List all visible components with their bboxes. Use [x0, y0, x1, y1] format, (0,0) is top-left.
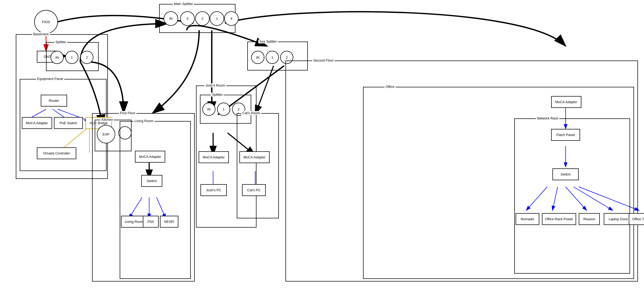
josh-sp-1-label: 1: [223, 107, 224, 111]
reason-node: Reason: [579, 213, 600, 225]
office-rack-power-label: Office Rack Power: [545, 217, 573, 221]
main-4-node: 4: [224, 11, 239, 26]
joshs-room-label: Josh's Room: [204, 83, 226, 87]
patch-panel-label: Patch Panel: [556, 133, 575, 137]
svg-line-4: [255, 66, 274, 114]
router-node: Router: [41, 95, 67, 107]
main-in-node: IN: [164, 11, 178, 26]
sp-in-node: IN: [51, 51, 64, 64]
network-rack-region: Network Rack: [514, 118, 630, 274]
fios-node: FIOS: [34, 10, 58, 34]
josh-splitter-label: Splitter: [211, 93, 224, 97]
joshs-pc-node: Josh's PC: [200, 184, 227, 196]
nespi-label: NESPi: [164, 220, 174, 224]
office-label: Office: [385, 85, 396, 89]
moca-basement-label: MoCA Adapter: [26, 121, 48, 125]
first-floor-label: First Floor: [119, 111, 137, 115]
fios-label: FIOS: [42, 20, 50, 24]
ps5-node: PS5: [143, 216, 159, 228]
kitchen-label: Kitchen: [100, 118, 114, 122]
main-2-label: 2: [202, 17, 203, 21]
aux-2-label: 2: [286, 56, 288, 59]
cats-room-label: Cat's Room: [241, 111, 261, 115]
cats-pc-node: Cat's PC: [242, 184, 266, 196]
sp-2-node: 2: [80, 51, 93, 64]
moca-basement-node: MoCA Adapter: [22, 117, 52, 129]
cats-room-region: Cat's Room: [237, 113, 279, 218]
main-3-label: 3: [187, 17, 188, 21]
main-3-node: 3: [180, 11, 195, 26]
moca-cat-label: MoCA Adapter: [244, 155, 266, 159]
nomadix-label: Nomadix: [521, 217, 534, 221]
josh-sp-in-node: IN: [202, 103, 215, 116]
moca-living-label: MoCA Adapter: [139, 155, 161, 159]
main-splitter-label: Main Splitter: [173, 2, 194, 6]
main-2-node: 2: [195, 11, 210, 26]
aux-splitter-label: Aux Splitter: [258, 39, 278, 43]
network-rack-label: Network Rack: [536, 116, 559, 120]
switch-office-node: Switch: [552, 168, 579, 180]
josh-sp-2-label: 2: [238, 107, 239, 111]
poe-switch-label: PoE Switch: [60, 121, 77, 125]
basement-label: Basement: [32, 32, 50, 36]
sp-2-label: 2: [86, 56, 88, 59]
laptop-dock-node: Laptop Dock: [604, 213, 633, 225]
sp-1-label: 1: [71, 56, 73, 59]
nespi-node: NESPi: [160, 216, 178, 228]
omada-node: Omada Controller: [37, 147, 76, 159]
patch-panel-node: Patch Panel: [551, 129, 580, 141]
sp-1-node: 1: [65, 51, 78, 64]
moca-living-node: MoCA Adapter: [135, 151, 165, 163]
aux-in-node: IN: [251, 51, 264, 64]
office-tv-node: Office TV: [629, 213, 644, 225]
josh-sp-in-label: IN: [207, 107, 211, 111]
aux-1-node: 1: [266, 51, 279, 64]
office-rack-power-node: Office Rack Power: [542, 213, 576, 225]
aux-in-label: IN: [256, 56, 260, 59]
cats-pc-label: Cat's PC: [247, 188, 261, 192]
omada-label: Omada Controller: [43, 151, 70, 155]
second-floor-label: Second Floor: [312, 58, 335, 62]
moca-office-node: MoCA Adapter: [551, 96, 581, 108]
aux-1-label: 1: [271, 56, 273, 59]
ps5-label: PS5: [148, 220, 154, 224]
moca-josh-node: MoCA Adapter: [199, 151, 229, 163]
router-label: Router: [49, 99, 59, 103]
living-room-label: Living Room: [133, 119, 154, 123]
living-room-region: Living Room: [120, 121, 191, 279]
nomadix-node: Nomadix: [516, 213, 539, 225]
main-in-label: IN: [169, 17, 173, 21]
moca-josh-label: MoCA Adapter: [203, 155, 225, 159]
switch-living-label: Switch: [147, 179, 157, 183]
office-tv-label: Office TV: [632, 217, 644, 221]
main-1-node: 1: [210, 11, 224, 26]
sp-in-label: IN: [56, 56, 59, 59]
basement-splitter-label: Splitter: [54, 40, 67, 44]
reason-label: Reason: [583, 217, 595, 221]
diagram-container: FIOS Main Splitter IN 3 2 1 4 Basement O…: [0, 0, 644, 291]
main-1-label: 1: [216, 17, 218, 21]
moca-cat-node: MoCA Adapter: [239, 151, 270, 163]
laptop-dock-label: Laptop Dock: [609, 217, 628, 221]
josh-sp-1-node: 1: [217, 103, 230, 116]
main-4-label: 4: [230, 17, 232, 21]
switch-living-node: Switch: [141, 175, 162, 187]
joshs-pc-label: Josh's PC: [206, 188, 221, 192]
poe-switch-node: PoE Switch: [54, 117, 83, 129]
eap-label: EAP: [103, 132, 109, 136]
eap-node: EAP: [97, 125, 115, 143]
moca-office-label: MoCA Adapter: [555, 100, 577, 104]
equipment-panel-label: Equipment Panel: [36, 77, 64, 81]
switch-office-label: Switch: [561, 172, 571, 176]
